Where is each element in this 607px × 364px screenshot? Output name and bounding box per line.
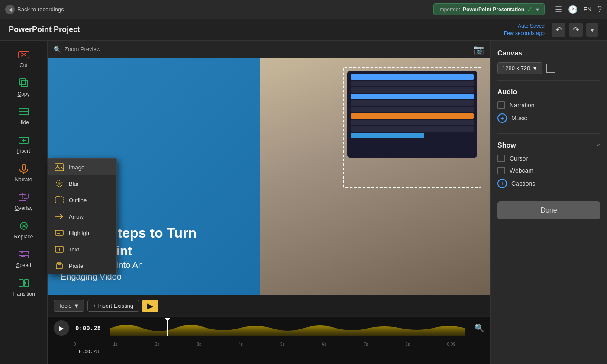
playhead-time-value: 0:00.28	[79, 349, 99, 354]
replace-icon	[17, 220, 31, 232]
chevron-down-icon: ▼	[535, 7, 540, 12]
sidebar-item-copy[interactable]: Copy	[0, 73, 47, 101]
record-button[interactable]: ▶	[142, 300, 158, 312]
left-sidebar: Cut Copy Hide	[0, 41, 48, 364]
svg-text:T: T	[58, 247, 61, 252]
svg-rect-26	[55, 197, 63, 203]
zoom-label: Zoom Preview	[65, 46, 100, 52]
done-button[interactable]: Done	[497, 201, 600, 219]
music-row: + Music	[497, 113, 600, 123]
project-title: PowerPoint Project	[9, 25, 504, 34]
canvas-size-row: 1280 x 720 ▼	[497, 62, 600, 74]
context-menu-item-arrow[interactable]: Arrow	[48, 208, 116, 225]
ruler-8s: 8s	[405, 342, 410, 347]
narrate-label: Narrate	[15, 177, 32, 183]
project-actions: ↶ ↷ ▼	[552, 23, 598, 37]
imported-value: PowerPoint Presentation	[463, 6, 524, 13]
ruler-7s: 7s	[364, 342, 368, 347]
tools-button[interactable]: Tools ▼	[54, 300, 84, 312]
top-bar-icons: ☰ 🕐 EN ?	[555, 5, 602, 14]
sidebar-item-insert[interactable]: Insert	[0, 130, 47, 158]
timeline-toolbar: Tools ▼ + Insert Existing ▶	[48, 295, 490, 316]
timeline-bottom: ▶ 0:00.28	[48, 316, 490, 364]
auto-saved-line2: Few seconds ago	[504, 30, 545, 37]
undo-button[interactable]: ↶	[552, 23, 565, 37]
context-menu: Image Blur Outline	[48, 158, 117, 274]
more-options-button[interactable]: ▼	[586, 23, 598, 37]
webcam-checkbox[interactable]	[497, 167, 505, 174]
zoom-search-icon: 🔍	[54, 46, 61, 53]
highlight-icon	[54, 229, 65, 237]
cursor-label: Cursor	[510, 155, 528, 162]
cursor-checkbox[interactable]	[497, 155, 505, 162]
record-icon: ▶	[147, 301, 153, 311]
ruler-6s: 6s	[322, 342, 326, 347]
captions-row: + Captions	[497, 179, 600, 188]
image-label: Image	[69, 164, 84, 171]
sidebar-item-cut[interactable]: Cut	[0, 44, 47, 73]
context-menu-item-image[interactable]: Image	[48, 159, 116, 175]
search-timeline-icon[interactable]: 🔍	[475, 323, 484, 333]
waveform-container	[110, 320, 465, 336]
ruler-0: 0	[74, 342, 76, 347]
sidebar-item-narrate[interactable]: Narrate	[0, 158, 47, 187]
history-icon[interactable]: 🕐	[568, 5, 578, 14]
image-icon	[54, 163, 65, 171]
arrow-icon	[54, 212, 65, 221]
back-label: Back to recordings	[17, 6, 64, 13]
highlight-label: Highlight	[69, 230, 91, 236]
sidebar-item-transition[interactable]: Transition	[0, 273, 47, 301]
show-expand-icon[interactable]: »	[597, 142, 600, 148]
top-bar: ◀ Back to recordings Imported: PowerPoin…	[0, 0, 607, 19]
speed-icon	[17, 248, 31, 261]
sidebar-item-speed[interactable]: Speed	[0, 244, 47, 273]
audio-section-title: Audio	[497, 88, 600, 96]
sidebar-item-overlay[interactable]: Overlay	[0, 187, 47, 216]
context-menu-item-outline[interactable]: Outline	[48, 192, 116, 208]
project-bar: PowerPoint Project Auto Saved Few second…	[0, 19, 607, 41]
language-button[interactable]: EN	[584, 6, 591, 13]
hide-icon	[17, 106, 31, 118]
text-label: Text	[69, 246, 79, 253]
playhead-head	[165, 318, 170, 322]
playhead	[167, 320, 168, 336]
context-menu-item-paste[interactable]: Paste	[48, 258, 116, 274]
zoom-bar: 🔍 Zoom Preview 📷	[48, 41, 490, 58]
captions-add-button[interactable]: +	[497, 179, 507, 188]
screenshot-icon[interactable]: 📷	[473, 44, 484, 55]
svg-rect-13	[22, 193, 29, 198]
canvas-size-chevron: ▼	[532, 65, 538, 71]
context-menu-item-highlight[interactable]: Highlight	[48, 225, 116, 241]
canvas-size-button[interactable]: 1280 x 720 ▼	[497, 62, 542, 74]
insert-existing-label: + Insert Existing	[93, 303, 133, 309]
outline-label: Outline	[69, 197, 87, 203]
divider-2	[497, 133, 600, 134]
svg-rect-15	[19, 251, 29, 254]
export-icon[interactable]: ☰	[555, 5, 562, 14]
paste-icon	[54, 261, 65, 270]
sidebar-item-hide[interactable]: Hide	[0, 101, 47, 130]
show-section-header: Show »	[497, 140, 600, 149]
play-button[interactable]: ▶	[54, 320, 69, 336]
help-icon[interactable]: ?	[597, 5, 602, 14]
context-menu-item-blur[interactable]: Blur	[48, 175, 116, 192]
blur-icon	[54, 179, 65, 188]
laptop-screen	[347, 71, 477, 158]
narration-checkbox[interactable]	[497, 101, 505, 109]
ruler-5s: 5s	[280, 342, 285, 347]
canvas-ratio-box[interactable]	[546, 64, 555, 73]
blur-label: Blur	[69, 180, 79, 187]
ruler-end: 0:09	[447, 342, 455, 347]
context-menu-item-text[interactable]: T Text	[48, 241, 116, 258]
tools-label: Tools	[58, 303, 71, 309]
main-area: Cut Copy Hide	[0, 41, 607, 364]
imported-label: Imported:	[438, 6, 460, 13]
ruler-4s: 4s	[239, 342, 243, 347]
back-button[interactable]: ◀ Back to recordings	[5, 5, 64, 14]
ruler-marks: 0 1s 2s 3s 4s 5s 6s 7s 8s 0:09	[74, 342, 455, 347]
insert-existing-button[interactable]: + Insert Existing	[87, 300, 139, 312]
music-add-button[interactable]: +	[497, 113, 507, 123]
canvas-section-title: Canvas	[497, 49, 600, 57]
redo-button[interactable]: ↷	[569, 23, 583, 37]
sidebar-item-replace[interactable]: Replace	[0, 216, 47, 244]
